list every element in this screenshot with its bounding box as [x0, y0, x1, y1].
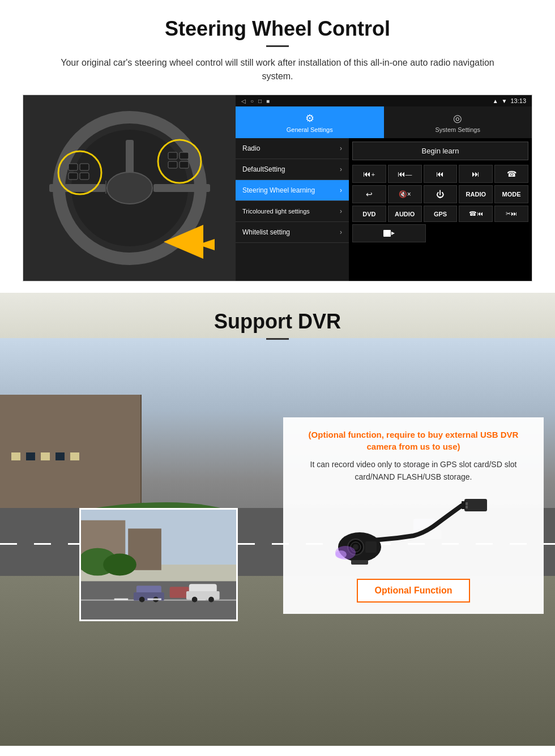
- svg-point-51: [192, 597, 198, 603]
- call-prev-btn[interactable]: ☎⏮: [459, 206, 493, 222]
- svg-point-44: [139, 597, 145, 603]
- thumbnail-scene: [81, 508, 236, 621]
- menu-item-tricoloured[interactable]: Tricoloured light settings ›: [236, 201, 349, 222]
- menu-steering-label: Steering Wheel learning: [242, 186, 315, 194]
- svg-rect-7: [69, 164, 78, 170]
- dvr-camera-image: [297, 490, 530, 570]
- svg-rect-10: [80, 173, 89, 180]
- gear-icon: ⚙: [305, 112, 314, 125]
- menu-list: Radio › DefaultSetting › Steering Wheel …: [236, 138, 349, 281]
- menu-tricoloured-label: Tricoloured light settings: [242, 208, 310, 215]
- svg-rect-12: [168, 152, 177, 159]
- home-icon[interactable]: ○: [250, 98, 254, 104]
- android-content: Radio › DefaultSetting › Steering Wheel …: [236, 138, 532, 281]
- menu-item-steering[interactable]: Steering Wheel learning ›: [236, 180, 349, 201]
- svg-rect-19: [383, 230, 391, 237]
- radio-btn[interactable]: RADIO: [459, 185, 493, 203]
- svg-rect-14: [168, 161, 177, 168]
- svg-rect-43: [170, 587, 189, 598]
- audio-btn[interactable]: AUDIO: [388, 206, 422, 222]
- back-icon[interactable]: ◁: [241, 98, 246, 104]
- arrow-icon: ›: [340, 228, 342, 236]
- menu-item-radio[interactable]: Radio ›: [236, 138, 349, 159]
- ctrl-row-2: ↩ 🔇× ⏻ RADIO MODE: [352, 185, 528, 203]
- dvr-description: It can record video only to storage in G…: [297, 458, 530, 484]
- svg-marker-20: [391, 232, 395, 235]
- svg-rect-50: [186, 591, 220, 600]
- dvr-optional-text: (Optional function, require to buy exter…: [297, 429, 530, 452]
- svg-rect-23: [466, 502, 468, 505]
- menu-whitelist-label: Whitelist setting: [242, 228, 290, 236]
- recents-icon[interactable]: □: [258, 98, 262, 104]
- steering-photo: [23, 95, 236, 281]
- ctrl-row-4: [352, 224, 528, 242]
- signal-icon: ▲: [493, 98, 498, 104]
- camera-svg: [334, 493, 493, 567]
- statusbar-nav-icons: ◁ ○ □ ■: [241, 98, 270, 104]
- arrow-icon: ›: [340, 186, 342, 194]
- next-btn[interactable]: ⏭: [459, 165, 493, 183]
- svg-point-5: [107, 172, 152, 204]
- arrow-icon: ›: [340, 144, 342, 152]
- title-divider: [266, 45, 289, 47]
- menu-item-defaultsetting[interactable]: DefaultSetting ›: [236, 159, 349, 180]
- svg-rect-13: [180, 152, 189, 159]
- tab-system[interactable]: ◎ System Settings: [384, 106, 532, 138]
- video-btn[interactable]: [352, 224, 426, 242]
- steering-wheel-svg: [45, 106, 215, 270]
- vol-up-btn[interactable]: ⏮+: [352, 165, 386, 183]
- svg-rect-9: [69, 173, 78, 180]
- menu-item-whitelist[interactable]: Whitelist setting ›: [236, 222, 349, 243]
- vol-down-btn[interactable]: ⏮—: [388, 165, 422, 183]
- wifi-icon: ▼: [502, 98, 507, 104]
- svg-rect-29: [365, 541, 377, 553]
- dvr-section: Support DVR (Optional function, require …: [0, 293, 555, 746]
- menu-icon[interactable]: ■: [266, 98, 270, 104]
- svg-point-31: [335, 550, 347, 558]
- svg-rect-47: [147, 599, 161, 600]
- power-btn[interactable]: ⏻: [424, 185, 458, 203]
- clock: 13:13: [510, 97, 526, 104]
- thumbnail-image: [81, 510, 236, 620]
- mute-btn[interactable]: 🔇×: [388, 185, 422, 203]
- svg-rect-3: [153, 184, 210, 192]
- svg-rect-46: [114, 599, 128, 600]
- svg-point-52: [208, 597, 214, 603]
- steering-title: Steering Wheel Control: [23, 17, 532, 41]
- dvr-thumbnail: [79, 508, 238, 621]
- statusbar-right: ▲ ▼ 13:13: [493, 97, 526, 104]
- ctrl-row-3: DVD AUDIO GPS ☎⏮ ✂⏭: [352, 206, 528, 222]
- gps-btn[interactable]: GPS: [424, 206, 458, 222]
- tab-general-label: General Settings: [287, 126, 333, 133]
- hangup-btn[interactable]: ↩: [352, 185, 386, 203]
- svg-rect-24: [466, 506, 468, 509]
- svg-rect-15: [180, 161, 189, 168]
- call-btn[interactable]: ☎: [494, 165, 528, 183]
- steering-subtitle: Your original car's steering wheel contr…: [45, 56, 510, 83]
- tab-general[interactable]: ⚙ General Settings: [236, 106, 384, 138]
- arrow-icon: ›: [340, 165, 342, 173]
- ctrl-row-1: ⏮+ ⏮— ⏮ ⏭ ☎: [352, 165, 528, 183]
- begin-learn-button[interactable]: Begin learn: [352, 142, 528, 160]
- dvr-header: Support DVR: [0, 293, 555, 347]
- menu-radio-label: Radio: [242, 144, 260, 152]
- optional-function-button[interactable]: Optional Function: [357, 579, 471, 603]
- dvd-btn[interactable]: DVD: [352, 206, 386, 222]
- system-icon: ◎: [453, 112, 462, 125]
- cut-next-btn[interactable]: ✂⏭: [494, 206, 528, 222]
- control-panel: Begin learn ⏮+ ⏮— ⏮ ⏭ ☎ ↩ 🔇× ⏻: [349, 138, 532, 281]
- mode-btn[interactable]: MODE: [494, 185, 528, 203]
- optional-function-container: Optional Function: [297, 579, 530, 603]
- svg-point-38: [103, 553, 136, 575]
- dvr-title: Support DVR: [0, 310, 555, 334]
- statusbar: ◁ ○ □ ■ ▲ ▼ 13:13: [236, 95, 532, 106]
- prev-btn[interactable]: ⏮: [424, 165, 458, 183]
- menu-default-label: DefaultSetting: [242, 165, 285, 173]
- android-tabs: ⚙ General Settings ◎ System Settings: [236, 106, 532, 138]
- dvr-info-card: (Optional function, require to buy exter…: [283, 417, 544, 614]
- steering-composite: ◁ ○ □ ■ ▲ ▼ 13:13 ⚙ General Settings: [23, 95, 532, 281]
- svg-rect-32: [351, 560, 368, 565]
- arrow-icon: ›: [340, 207, 342, 215]
- dvr-divider: [266, 338, 289, 340]
- steering-section: Steering Wheel Control Your original car…: [0, 0, 555, 293]
